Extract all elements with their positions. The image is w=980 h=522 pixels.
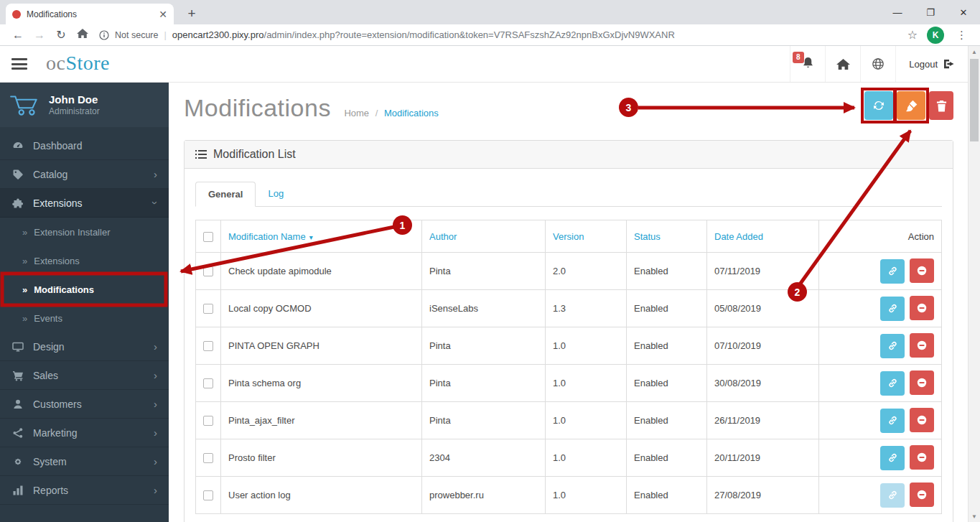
notification-badge: 8 [793, 52, 804, 63]
sidebar-subitem-events[interactable]: »Events [0, 304, 169, 332]
tab-general[interactable]: General [195, 182, 256, 207]
cell-date-added: 26/11/2019 [707, 402, 819, 439]
row-checkbox[interactable] [203, 266, 213, 276]
share-icon [11, 427, 24, 439]
select-all-checkbox[interactable] [203, 232, 213, 242]
cell-date-added: 05/08/2019 [707, 290, 819, 327]
ocstore-logo[interactable]: ocStore [46, 52, 110, 75]
tab-title: Modifications [27, 9, 153, 19]
sidebar-subitem-extensions[interactable]: »Extensions [0, 246, 169, 275]
column-header-date-added[interactable]: Date Added [707, 220, 819, 253]
row-checkbox[interactable] [203, 378, 213, 388]
page-scrollbar[interactable]: ▲ ▼ [968, 46, 980, 522]
sign-out-icon [943, 59, 955, 69]
home-icon [836, 58, 850, 70]
new-tab-button[interactable]: + [182, 4, 201, 23]
logout-button[interactable]: Logout [895, 46, 968, 82]
sidebar-item-catalog[interactable]: Catalog› [0, 160, 169, 189]
link-icon [887, 490, 898, 500]
table-row: User action logprowebber.ru1.0Enabled27/… [196, 477, 942, 514]
sidebar-item-sales[interactable]: Sales› [0, 361, 169, 390]
cell-author: Pinta [422, 253, 546, 290]
toggle-link-button[interactable] [880, 259, 905, 284]
row-checkbox[interactable] [203, 453, 213, 463]
modification-list-panel: Modification List General Log Modificati… [184, 140, 953, 522]
disable-button[interactable] [910, 296, 934, 320]
sidebar-item-marketing[interactable]: Marketing› [0, 419, 169, 447]
cell-status: Enabled [627, 439, 707, 477]
disable-button[interactable] [910, 445, 934, 470]
tab-log[interactable]: Log [256, 182, 296, 206]
browser-profile-avatar[interactable]: K [927, 27, 944, 44]
scroll-up-arrow[interactable]: ▲ [969, 46, 980, 57]
browser-tab[interactable]: Modifications ✕ [6, 4, 174, 24]
cell-modification-name: Prosto filter [221, 439, 422, 477]
bookmark-star-icon[interactable]: ☆ [907, 28, 918, 42]
tab-bar: General Log [195, 182, 942, 207]
disable-button[interactable] [910, 408, 934, 432]
breadcrumb-current-link[interactable]: Modifications [384, 108, 439, 118]
window-minimize-button[interactable]: — [881, 0, 914, 24]
sidebar-item-system[interactable]: System› [0, 447, 169, 476]
column-header-name[interactable]: Modification Name▾ [221, 220, 422, 253]
sidebar-item-design[interactable]: Design› [0, 332, 169, 361]
browser-home-button[interactable] [72, 28, 93, 42]
window-maximize-button[interactable]: ❐ [914, 0, 947, 24]
row-checkbox[interactable] [203, 490, 213, 500]
toggle-link-button[interactable] [880, 483, 905, 508]
row-checkbox[interactable] [203, 416, 213, 426]
chevron-right-icon: › [154, 427, 157, 438]
cell-version: 1.0 [546, 477, 627, 514]
refresh-button[interactable] [864, 91, 893, 120]
column-header-version[interactable]: Version [546, 220, 627, 253]
delete-button[interactable] [929, 91, 953, 120]
panel-heading: Modification List [185, 141, 953, 169]
gear-icon [11, 456, 24, 467]
forward-button[interactable]: → [29, 29, 50, 42]
breadcrumb-home-link[interactable]: Home [344, 108, 369, 118]
clear-button[interactable] [897, 91, 925, 120]
column-header-status[interactable]: Status [627, 220, 707, 253]
refresh-icon [872, 98, 886, 113]
url-field[interactable]: Not secure | opencart2300.pixy.pro/admin… [93, 29, 907, 40]
window-close-button[interactable]: ✕ [947, 0, 980, 24]
sidebar-item-extensions[interactable]: Extensions› [0, 189, 169, 218]
cell-modification-name: User action log [221, 477, 422, 514]
sidebar-item-reports[interactable]: Reports› [0, 476, 169, 505]
cell-date-added: 20/11/2019 [707, 439, 819, 477]
language-button[interactable] [860, 46, 895, 82]
toggle-link-button[interactable] [880, 371, 905, 396]
scroll-down-arrow[interactable]: ▼ [969, 511, 980, 522]
sidebar-item-dashboard[interactable]: Dashboard [0, 131, 169, 160]
disable-button[interactable] [910, 333, 934, 358]
browser-menu-icon[interactable]: ⋮ [953, 29, 970, 42]
column-header-author[interactable]: Author [422, 220, 546, 253]
chevron-right-icon: › [154, 169, 157, 180]
chevron-right-icon: › [154, 485, 157, 495]
modification-table-body: Check update apimodulePinta2.0Enabled07/… [196, 253, 942, 514]
sidebar-subitem-modifications[interactable]: »Modifications [0, 275, 169, 304]
toggle-link-button[interactable] [880, 297, 905, 321]
admin-header: ocStore 8 Logout [0, 46, 980, 83]
toggle-link-button[interactable] [880, 446, 905, 470]
scrollbar-thumb[interactable] [970, 59, 979, 141]
sidebar-item-customers[interactable]: Customers› [0, 390, 169, 419]
row-checkbox[interactable] [203, 341, 213, 351]
minus-circle-icon [916, 302, 928, 314]
notifications-button[interactable]: 8 [790, 46, 825, 82]
toggle-link-button[interactable] [880, 334, 905, 358]
store-home-button[interactable] [825, 46, 860, 82]
chevron-right-icon: › [154, 341, 157, 352]
reload-button[interactable]: ↻ [50, 28, 72, 42]
row-checkbox[interactable] [203, 304, 213, 314]
sidebar-subitem-extension-installer[interactable]: »Extension Installer [0, 218, 169, 246]
disable-button[interactable] [910, 258, 934, 283]
disable-button[interactable] [910, 483, 934, 507]
tag-icon [11, 169, 24, 180]
user-icon [11, 399, 24, 410]
toggle-link-button[interactable] [880, 409, 905, 433]
tab-close-icon[interactable]: ✕ [159, 9, 167, 19]
back-button[interactable]: ← [7, 29, 29, 42]
menu-toggle-button[interactable] [11, 57, 27, 71]
disable-button[interactable] [910, 370, 934, 395]
